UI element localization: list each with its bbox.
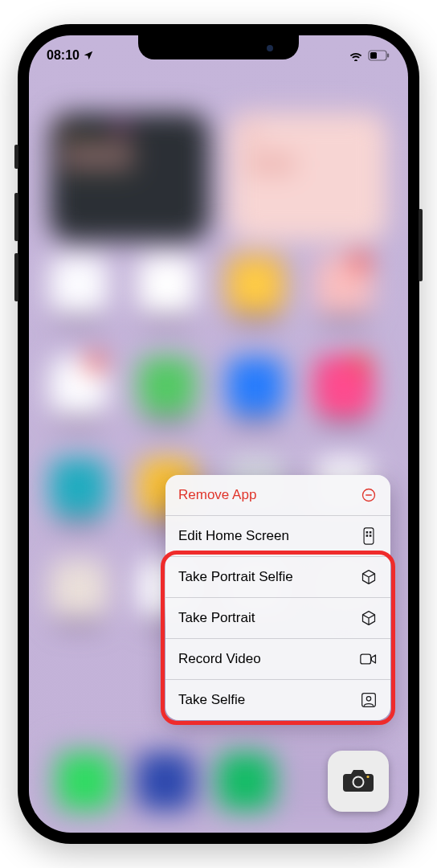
svg-rect-8 [366,534,369,537]
mute-switch [14,145,18,169]
app-icon[interactable] [312,256,376,338]
dock-app[interactable] [217,752,275,810]
phone-layout-icon [360,527,378,545]
dock-app[interactable] [56,752,114,810]
svg-rect-11 [362,694,376,707]
menu-item-take-portrait-selfie[interactable]: Take Portrait Selfie [165,556,390,597]
menu-item-label: Take Selfie [178,692,245,708]
menu-item-label: Take Portrait [178,610,255,626]
app-icon[interactable] [47,458,111,540]
app-icon[interactable] [135,357,199,439]
app-icon[interactable] [135,256,199,338]
menu-item-take-selfie[interactable]: Take Selfie [165,679,390,720]
battery-icon [368,50,390,61]
menu-item-label: Remove App [178,487,256,503]
svg-rect-1 [387,54,389,58]
app-icon[interactable] [223,357,288,439]
context-menu: Remove App Edit Home Screen Take Portrai… [165,475,390,720]
svg-rect-7 [370,531,372,534]
svg-rect-6 [366,531,369,534]
widget-dark[interactable] [50,113,209,241]
video-camera-icon [360,650,378,668]
menu-item-edit-home-screen[interactable]: Edit Home Screen [165,515,390,556]
menu-item-remove-app[interactable]: Remove App [165,475,390,515]
app-icon[interactable] [223,256,288,338]
menu-item-record-video[interactable]: Record Video [165,638,390,679]
svg-point-14 [354,778,363,787]
cube-icon [360,609,378,627]
iphone-frame: 08:10 [18,24,419,844]
person-square-icon [360,691,378,709]
svg-rect-5 [364,528,374,544]
dock-app[interactable] [137,752,194,810]
svg-point-15 [366,776,369,778]
app-icon[interactable] [312,357,376,439]
remove-circle-icon [360,486,378,504]
volume-down-button [14,253,18,301]
clock: 08:10 [47,48,80,63]
svg-rect-2 [370,52,377,59]
widget-pink[interactable] [228,113,387,241]
svg-point-12 [366,697,370,701]
menu-item-label: Edit Home Screen [178,528,289,544]
menu-item-label: Take Portrait Selfie [178,569,293,585]
app-icon[interactable] [47,357,111,439]
side-button [419,209,423,281]
camera-app-icon[interactable] [328,751,389,812]
screen: 08:10 [29,35,408,833]
context-menu-wrapper: Remove App Edit Home Screen Take Portrai… [165,475,390,720]
wifi-icon [349,50,363,61]
svg-rect-9 [370,534,372,537]
app-icon[interactable] [47,559,111,641]
app-icon[interactable] [47,256,111,338]
notch [138,35,299,59]
location-services-icon [83,50,94,61]
svg-rect-10 [361,654,371,664]
menu-item-take-portrait[interactable]: Take Portrait [165,597,390,638]
camera-icon [341,766,375,796]
volume-up-button [14,193,18,241]
cube-icon [360,568,378,586]
menu-item-label: Record Video [178,651,261,667]
